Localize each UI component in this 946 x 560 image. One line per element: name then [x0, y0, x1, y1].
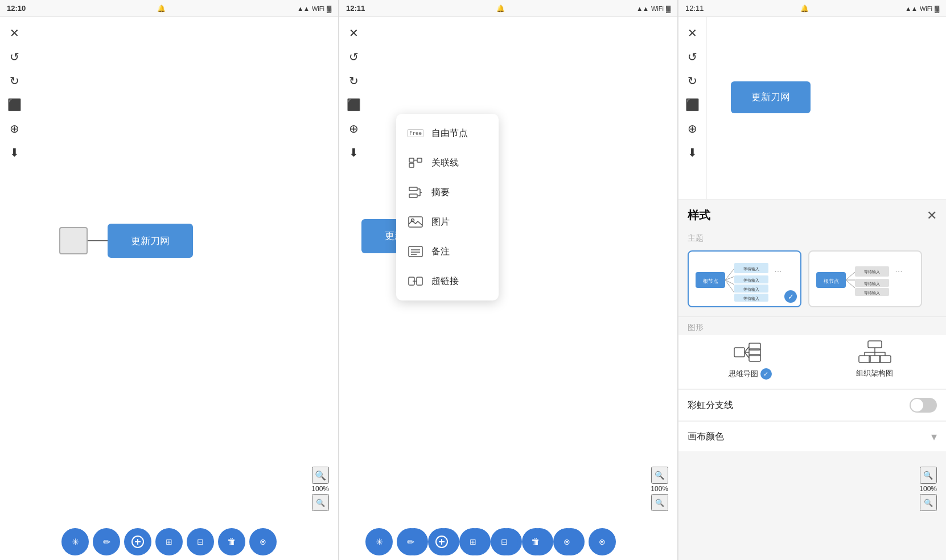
- save-button-3[interactable]: ⬛: [682, 94, 703, 115]
- action-sibling-before-3[interactable]: ⊞: [459, 528, 487, 555]
- download-button-2[interactable]: ⬇: [343, 142, 364, 163]
- save-button-2[interactable]: ⬛: [343, 94, 364, 115]
- svg-rect-66: [869, 356, 881, 363]
- dropdown-summary-label: 摘要: [431, 187, 450, 199]
- svg-rect-20: [417, 277, 422, 285]
- mindmap-label: 思维导图: [729, 369, 758, 379]
- status-bar-3: 12:11 🔔 ▲▲ WiFi ▓: [678, 0, 946, 17]
- svg-text:等待输入: 等待输入: [743, 267, 759, 271]
- toolbar-1: ✕ ↺ ↻ ⬛ ⊕ ⬇: [0, 17, 28, 168]
- theme-section-label: 主题: [678, 231, 946, 247]
- style-panel-close[interactable]: ✕: [927, 208, 937, 223]
- zoom-in-2[interactable]: 🔍: [651, 467, 668, 484]
- shape-mindmap[interactable]: 思维导图 ✓: [688, 340, 812, 380]
- dropdown-image[interactable]: 图片: [396, 207, 499, 237]
- mind-map-1: 更新刀网: [59, 224, 219, 258]
- add-button-2[interactable]: ⊕: [343, 118, 364, 139]
- connector-1: [88, 240, 108, 241]
- theme-card-2[interactable]: 根节点 等待输入 等待输入 等待输入 …: [808, 250, 922, 307]
- save-button-1[interactable]: ⬛: [4, 94, 24, 115]
- root-node-1[interactable]: 更新刀网: [108, 224, 193, 258]
- theme-card-1[interactable]: 根节点 等待输入 等待输入 等待输入 等待输: [688, 250, 801, 307]
- empty-node-1[interactable]: [59, 227, 88, 254]
- svg-rect-3: [409, 158, 414, 162]
- dropdown-summary[interactable]: 摘要: [396, 178, 499, 207]
- action-bar-1: ✳ ✏ ⊞ ⊟ 🗑 ⊜: [61, 528, 277, 555]
- download-button-3[interactable]: ⬇: [682, 142, 703, 163]
- redo-button-3[interactable]: ↻: [682, 71, 703, 91]
- time-2: 12:11: [346, 4, 365, 13]
- status-bar-1: 12:10 🔔 ▲▲ WiFi ▓: [0, 0, 338, 17]
- canvas-color-label: 画布颜色: [688, 431, 724, 443]
- battery-icon-2: ▓: [666, 5, 671, 12]
- close-button-2[interactable]: ✕: [343, 23, 364, 43]
- action-sibling-after-3[interactable]: ⊟: [491, 528, 518, 555]
- shape-section-label: 图形: [678, 317, 946, 335]
- action-delete-3[interactable]: 🗑: [522, 528, 549, 555]
- action-edit-1[interactable]: ✏: [93, 528, 120, 555]
- undo-button-3[interactable]: ↺: [682, 47, 703, 67]
- signal-icon-1: ▲▲: [297, 5, 310, 12]
- zoom-out-3[interactable]: 🔍: [920, 494, 937, 511]
- status-bar-2: 12:11 🔔 ▲▲ WiFi ▓: [339, 0, 677, 17]
- redo-button-1[interactable]: ↻: [4, 71, 24, 91]
- undo-button-1[interactable]: ↺: [4, 47, 24, 67]
- download-button-1[interactable]: ⬇: [4, 142, 24, 163]
- zoom-in-3[interactable]: 🔍: [920, 467, 937, 484]
- rainbow-toggle[interactable]: [910, 398, 937, 413]
- link-icon: [408, 155, 423, 171]
- action-sibling-before-1[interactable]: ⊞: [155, 528, 183, 555]
- mindmap-icon: [733, 340, 767, 365]
- svg-rect-6: [409, 163, 414, 167]
- action-add-child-1[interactable]: [124, 528, 151, 555]
- dropdown-free-node[interactable]: Free 自由节点: [396, 118, 499, 148]
- panel-3: 12:11 🔔 ▲▲ WiFi ▓ ✕ ↺ ↻ ⬛ ⊕ ⬇ 更新刀网: [678, 0, 946, 560]
- action-layout-3[interactable]: ⊜: [553, 528, 581, 555]
- svg-rect-7: [409, 187, 417, 191]
- zoom-out-1[interactable]: 🔍: [312, 494, 329, 511]
- system-icons-1: ▲▲ WiFi ▓: [297, 5, 331, 12]
- notification-icon-1: 🔔: [157, 5, 166, 13]
- dropdown-note-label: 备注: [431, 246, 450, 258]
- summary-icon: [408, 184, 423, 200]
- dropdown-link[interactable]: 关联线: [396, 148, 499, 178]
- battery-icon-1: ▓: [327, 5, 331, 12]
- org-icon: [858, 340, 892, 365]
- svg-text:根节点: 根节点: [824, 278, 839, 284]
- action-layout-2[interactable]: ⊜: [589, 528, 616, 555]
- svg-text:…: …: [895, 265, 903, 274]
- zoom-out-2[interactable]: 🔍: [651, 494, 668, 511]
- rainbow-toggle-row: 彩虹分支线: [678, 389, 946, 421]
- zoom-in-1[interactable]: 🔍: [312, 467, 329, 484]
- action-sibling-after-1[interactable]: ⊟: [187, 528, 214, 555]
- dropdown-hyperlink[interactable]: 超链接: [396, 266, 499, 296]
- action-magic-3[interactable]: ✳: [365, 528, 393, 555]
- svg-line-44: [846, 280, 855, 288]
- toolbar-3: ✕ ↺ ↻ ⬛ ⊕ ⬇ 更新刀网: [678, 17, 946, 200]
- add-button-3[interactable]: ⊕: [682, 118, 703, 139]
- action-edit-3[interactable]: ✏: [397, 528, 424, 555]
- time-1: 12:10: [7, 4, 26, 13]
- wifi-icon-1: WiFi: [312, 5, 324, 12]
- close-button-3[interactable]: ✕: [682, 23, 703, 43]
- svg-text:等待输入: 等待输入: [743, 287, 759, 292]
- add-button-1[interactable]: ⊕: [4, 118, 24, 139]
- canvas-1[interactable]: 更新刀网: [28, 17, 338, 514]
- action-layout-1[interactable]: ⊜: [249, 528, 277, 555]
- wifi-icon-2: WiFi: [651, 5, 664, 12]
- shape-org[interactable]: 组织架构图: [812, 340, 937, 378]
- close-button-1[interactable]: ✕: [4, 23, 24, 43]
- dropdown-note[interactable]: 备注: [396, 237, 499, 266]
- action-magic-1[interactable]: ✳: [61, 528, 89, 555]
- undo-button-2[interactable]: ↺: [343, 47, 364, 67]
- notification-icon-3: 🔔: [800, 5, 809, 13]
- root-node-3[interactable]: 更新刀网: [731, 81, 811, 113]
- svg-rect-52: [734, 348, 745, 357]
- canvas-color-row[interactable]: 画布颜色 ▾: [678, 421, 946, 451]
- redo-button-2[interactable]: ↻: [343, 71, 364, 91]
- canvas-3[interactable]: 更新刀网: [707, 17, 946, 199]
- org-label: 组织架构图: [856, 368, 893, 378]
- action-add-child-3[interactable]: [428, 528, 455, 555]
- system-icons-2: ▲▲ WiFi ▓: [636, 5, 671, 12]
- action-delete-1[interactable]: 🗑: [218, 528, 245, 555]
